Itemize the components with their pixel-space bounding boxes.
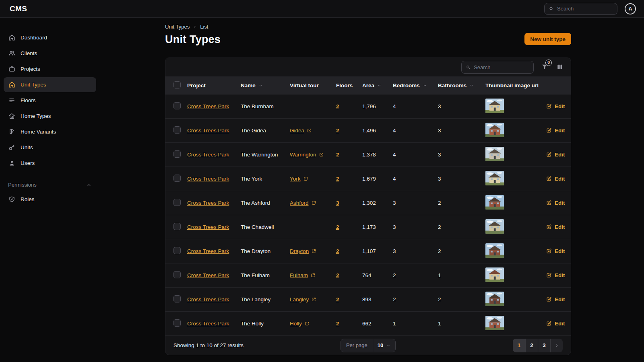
project-link[interactable]: Cross Trees Park bbox=[187, 224, 229, 230]
project-link[interactable]: Cross Trees Park bbox=[187, 152, 229, 158]
bathrooms-value: 2 bbox=[438, 224, 485, 230]
filter-button[interactable]: 0 bbox=[540, 62, 549, 72]
edit-button[interactable]: Edit bbox=[546, 103, 565, 109]
floors-link[interactable]: 2 bbox=[336, 128, 339, 134]
row-checkbox[interactable] bbox=[173, 271, 181, 278]
bathrooms-value: 2 bbox=[438, 296, 485, 302]
app-logo: CMS bbox=[10, 4, 27, 13]
next-page-button[interactable] bbox=[550, 339, 563, 352]
sidebar-item-label: Floors bbox=[21, 97, 36, 103]
floors-link[interactable]: 2 bbox=[336, 152, 339, 158]
user-avatar[interactable]: A bbox=[625, 3, 636, 14]
edit-button[interactable]: Edit bbox=[546, 272, 565, 278]
virtual-tour-link[interactable]: Fulham bbox=[290, 272, 316, 278]
select-all-checkbox[interactable] bbox=[173, 81, 181, 88]
page-button-1[interactable]: 1 bbox=[513, 339, 525, 352]
project-link[interactable]: Cross Trees Park bbox=[187, 103, 229, 109]
project-link[interactable]: Cross Trees Park bbox=[187, 176, 229, 182]
edit-button[interactable]: Edit bbox=[546, 224, 565, 230]
page-button-2[interactable]: 2 bbox=[525, 339, 538, 352]
sidebar-item-home-variants[interactable]: Home Variants bbox=[4, 124, 96, 139]
project-link[interactable]: Cross Trees Park bbox=[187, 321, 229, 327]
table-footer: Showing 1 to 10 of 27 results Per page 1… bbox=[165, 335, 571, 355]
columns-button[interactable] bbox=[555, 62, 564, 72]
floors-link[interactable]: 2 bbox=[336, 272, 339, 278]
edit-label: Edit bbox=[555, 224, 565, 230]
sidebar-item-projects[interactable]: Projects bbox=[4, 62, 96, 76]
global-search[interactable] bbox=[544, 3, 617, 15]
table-search[interactable] bbox=[461, 61, 534, 74]
edit-button[interactable]: Edit bbox=[546, 296, 565, 302]
floors-link[interactable]: 2 bbox=[336, 321, 339, 327]
project-link[interactable]: Cross Trees Park bbox=[187, 200, 229, 206]
project-link[interactable]: Cross Trees Park bbox=[187, 296, 229, 302]
global-search-input[interactable] bbox=[557, 6, 613, 12]
thumbnail-image bbox=[485, 171, 504, 185]
project-link[interactable]: Cross Trees Park bbox=[187, 248, 229, 254]
project-link[interactable]: Cross Trees Park bbox=[187, 128, 229, 134]
virtual-tour-link[interactable]: Ashford bbox=[290, 200, 316, 206]
table-toolbar: 0 bbox=[165, 58, 571, 76]
virtual-tour-link[interactable]: Drayton bbox=[290, 248, 316, 254]
edit-button[interactable]: Edit bbox=[546, 128, 565, 134]
sidebar-item-dashboard[interactable]: Dashboard bbox=[4, 30, 96, 45]
bathrooms-value: 3 bbox=[438, 103, 485, 109]
floors-link[interactable]: 2 bbox=[336, 224, 339, 230]
floors-link[interactable]: 3 bbox=[336, 200, 339, 206]
row-checkbox[interactable] bbox=[173, 199, 181, 206]
floors-link[interactable]: 2 bbox=[336, 296, 339, 302]
column-header-bathrooms[interactable]: Bathrooms bbox=[438, 82, 485, 88]
sidebar-item-clients[interactable]: Clients bbox=[4, 46, 96, 61]
edit-button[interactable]: Edit bbox=[546, 152, 565, 158]
column-header-bedrooms[interactable]: Bedrooms bbox=[393, 82, 438, 88]
chevron-right-icon bbox=[554, 343, 559, 348]
breadcrumb-unit-types[interactable]: Unit Types bbox=[165, 24, 190, 30]
sidebar-item-home-types[interactable]: Home Types bbox=[4, 109, 96, 123]
row-checkbox[interactable] bbox=[173, 247, 181, 254]
sidebar-section-list: Roles bbox=[0, 192, 100, 207]
edit-button[interactable]: Edit bbox=[546, 321, 565, 327]
row-checkbox[interactable] bbox=[173, 223, 181, 230]
page-button-3[interactable]: 3 bbox=[538, 339, 550, 352]
floors-link[interactable]: 2 bbox=[336, 248, 339, 254]
sidebar-item-roles[interactable]: Roles bbox=[4, 192, 96, 207]
row-checkbox[interactable] bbox=[173, 150, 181, 158]
row-checkbox[interactable] bbox=[173, 102, 181, 109]
per-page-select[interactable]: Per page 10 bbox=[341, 339, 396, 352]
sidebar-item-units[interactable]: Units bbox=[4, 140, 96, 155]
filter-count-badge: 0 bbox=[545, 60, 552, 66]
area-value: 1,378 bbox=[362, 152, 393, 158]
floors-link[interactable]: 2 bbox=[336, 176, 339, 182]
home-icon bbox=[8, 34, 16, 41]
search-icon bbox=[466, 64, 471, 70]
virtual-tour-link[interactable]: Holly bbox=[290, 321, 310, 327]
virtual-tour-label: Gidea bbox=[290, 128, 304, 134]
table-row: Cross Trees Park The Warrington Warringt… bbox=[165, 142, 571, 167]
row-checkbox[interactable] bbox=[173, 126, 181, 134]
row-checkbox[interactable] bbox=[173, 319, 181, 327]
new-unit-type-button[interactable]: New unit type bbox=[524, 33, 571, 45]
edit-button[interactable]: Edit bbox=[546, 176, 565, 182]
virtual-tour-link[interactable]: York bbox=[290, 176, 308, 182]
column-header-virtual-tour: Virtual tour bbox=[290, 82, 336, 88]
floors-link[interactable]: 2 bbox=[336, 103, 339, 109]
table-search-input[interactable] bbox=[474, 64, 529, 70]
virtual-tour-link[interactable]: Warrington bbox=[290, 152, 324, 158]
row-checkbox[interactable] bbox=[173, 295, 181, 302]
sidebar-section-permissions[interactable]: Permissions bbox=[4, 182, 96, 188]
bathrooms-value: 3 bbox=[438, 128, 485, 134]
edit-button[interactable]: Edit bbox=[546, 248, 565, 254]
sidebar-item-label: Dashboard bbox=[21, 35, 47, 41]
edit-button[interactable]: Edit bbox=[546, 200, 565, 206]
row-checkbox[interactable] bbox=[173, 175, 181, 182]
sidebar-item-unit-types[interactable]: Unit Types bbox=[4, 77, 96, 92]
sidebar-item-users[interactable]: Users bbox=[4, 156, 96, 171]
bathrooms-value: 3 bbox=[438, 152, 485, 158]
column-header-area[interactable]: Area bbox=[362, 82, 393, 88]
virtual-tour-link[interactable]: Gidea bbox=[290, 128, 312, 134]
sidebar-item-floors[interactable]: Floors bbox=[4, 93, 96, 108]
bedrooms-value: 4 bbox=[393, 128, 438, 134]
column-header-name[interactable]: Name bbox=[241, 82, 290, 88]
virtual-tour-link[interactable]: Langley bbox=[290, 296, 316, 302]
project-link[interactable]: Cross Trees Park bbox=[187, 272, 229, 278]
